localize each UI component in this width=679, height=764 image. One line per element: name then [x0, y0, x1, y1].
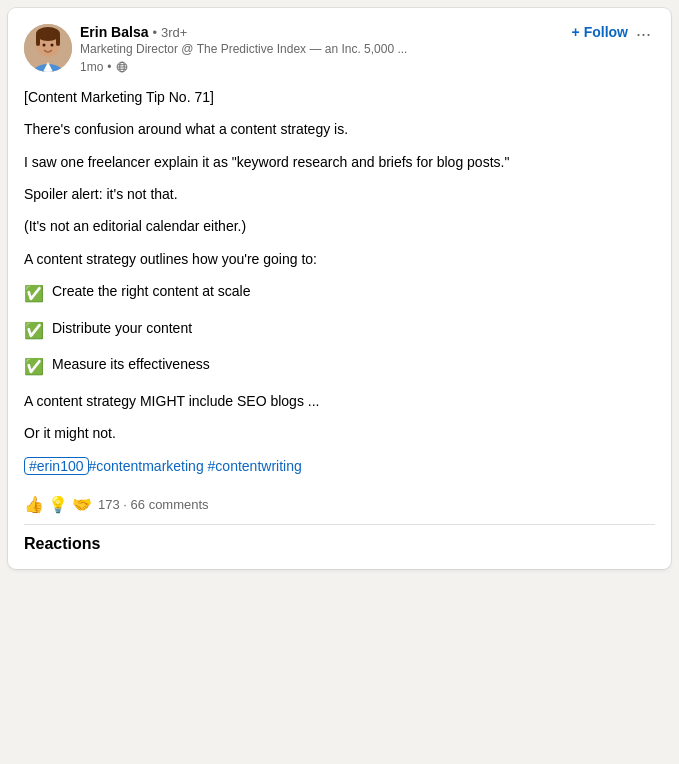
- paragraph-4: (It's not an editorial calendar either.): [24, 215, 655, 237]
- timestamp: 1mo: [80, 60, 103, 74]
- hashtags-row: #erin100#contentmarketing #contentwritin…: [24, 455, 655, 477]
- separator-dot2: •: [107, 60, 111, 74]
- author-degree: 3rd+: [161, 25, 187, 40]
- checklist-text-2: Distribute your content: [52, 317, 192, 339]
- checklist-item-1: ✅ Create the right content at scale: [24, 280, 655, 307]
- comments-count[interactable]: 66 comments: [131, 497, 209, 512]
- author-subtitle: Marketing Director @ The Predictive Inde…: [80, 41, 568, 58]
- checkmark-icon-3: ✅: [24, 354, 44, 380]
- svg-rect-6: [36, 34, 40, 46]
- author-name-row: Erin Balsa • 3rd+: [80, 24, 568, 40]
- checkmark-icon-1: ✅: [24, 281, 44, 307]
- post-card: Erin Balsa • 3rd+ Marketing Director @ T…: [8, 8, 671, 569]
- tip-header: [Content Marketing Tip No. 71]: [24, 86, 655, 108]
- timestamp-row: 1mo •: [80, 60, 568, 74]
- checkmark-icon-2: ✅: [24, 318, 44, 344]
- post-header: Erin Balsa • 3rd+ Marketing Director @ T…: [24, 24, 655, 74]
- checklist-item-3: ✅ Measure its effectiveness: [24, 353, 655, 380]
- separator-dot: •: [152, 25, 157, 40]
- post-content: [Content Marketing Tip No. 71] There's c…: [24, 86, 655, 477]
- reactions-section-label: Reactions: [24, 535, 655, 553]
- paragraph-2: I saw one freelancer explain it as "keyw…: [24, 151, 655, 173]
- author-name[interactable]: Erin Balsa: [80, 24, 148, 40]
- paragraph-6: A content strategy MIGHT include SEO blo…: [24, 390, 655, 412]
- follow-button[interactable]: + Follow: [568, 24, 632, 40]
- checklist-text-1: Create the right content at scale: [52, 280, 250, 302]
- reactions-row: 👍 💡 🤝 173 · 66 comments: [24, 487, 655, 514]
- checklist-item-2: ✅ Distribute your content: [24, 317, 655, 344]
- hashtag-erin100[interactable]: #erin100: [24, 457, 89, 475]
- hashtag-contentmarketing[interactable]: #contentmarketing: [89, 458, 204, 474]
- reaction-emoji-3: 🤝: [72, 495, 92, 514]
- reaction-count: 173 · 66 comments: [98, 497, 209, 512]
- globe-icon: [116, 61, 128, 73]
- hashtag-contentwriting[interactable]: #contentwriting: [208, 458, 302, 474]
- svg-point-8: [43, 44, 46, 47]
- paragraph-3: Spoiler alert: it's not that.: [24, 183, 655, 205]
- paragraph-5: A content strategy outlines how you're g…: [24, 248, 655, 270]
- svg-rect-7: [56, 34, 60, 46]
- author-info: Erin Balsa • 3rd+ Marketing Director @ T…: [80, 24, 655, 74]
- checklist-text-3: Measure its effectiveness: [52, 353, 210, 375]
- avatar[interactable]: [24, 24, 72, 72]
- paragraph-1: There's confusion around what a content …: [24, 118, 655, 140]
- more-options-button[interactable]: ···: [632, 24, 655, 45]
- reaction-emoji-2: 💡: [48, 495, 68, 514]
- reaction-emoji-1: 👍: [24, 495, 44, 514]
- svg-point-9: [51, 44, 54, 47]
- paragraph-7: Or it might not.: [24, 422, 655, 444]
- divider: [24, 524, 655, 525]
